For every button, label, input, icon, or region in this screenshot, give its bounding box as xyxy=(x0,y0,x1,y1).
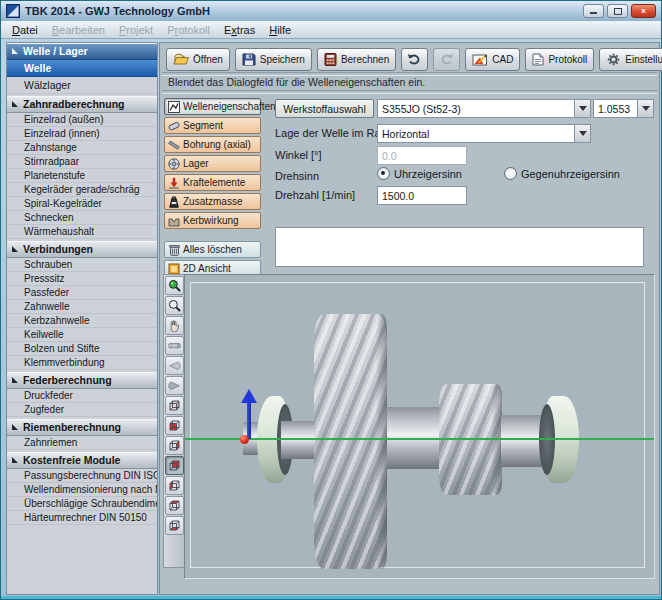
sidebar-item-bolzen-und-stifte[interactable]: Bolzen und Stifte xyxy=(7,342,157,356)
sidebar-item-spiral-kegelräder[interactable]: Spiral-Kegelräder xyxy=(7,197,157,211)
material-select-button[interactable]: Werkstoffauswahl xyxy=(275,99,374,118)
view-cylinder-button[interactable] xyxy=(165,336,184,355)
view-tool-strip xyxy=(163,274,185,568)
window-title: TBK 2014 - GWJ Technology GmbH xyxy=(25,5,580,17)
pan-hand-button[interactable] xyxy=(165,316,184,335)
berechnen-button[interactable]: Berechnen xyxy=(317,48,396,71)
sidebar-item-kegelräder-gerade-schräg[interactable]: Kegelräder gerade/schräg xyxy=(7,183,157,197)
sidebar-section-verbindungen[interactable]: Verbindungen xyxy=(7,241,157,258)
toolbar: ÖffnenSpeichernBerechnenCADProtokollEins… xyxy=(162,47,657,71)
rotation-label: Drehsinn xyxy=(275,170,319,182)
view-cone-left-button[interactable] xyxy=(165,356,184,375)
sidebar-item-planetenstufe[interactable]: Planetenstufe xyxy=(7,169,157,183)
view-cone-left-icon xyxy=(168,359,181,372)
mass-icon xyxy=(168,196,180,208)
menu-item-hilfe[interactable]: Hilfe xyxy=(262,23,298,37)
speed-input[interactable]: 1500.0 xyxy=(377,186,467,205)
zoom-fit-button[interactable] xyxy=(165,276,184,295)
material-number-dropdown[interactable]: 1.0553 xyxy=(593,99,654,118)
view-front-button[interactable] xyxy=(165,416,184,435)
einstellungen-button[interactable]: Einstellungen xyxy=(599,48,662,71)
view-top-button[interactable] xyxy=(165,496,184,515)
zusatzmasse-button[interactable]: Zusatzmasse xyxy=(164,193,261,210)
view-left-button[interactable] xyxy=(165,476,184,495)
sidebar-item-wellendimensionierung-nach-nie-[interactable]: Wellendimensionierung nach Nie... xyxy=(7,483,157,497)
chart-icon xyxy=(168,101,180,113)
menu-item-bearbeiten[interactable]: Bearbeiten xyxy=(45,23,112,37)
view-bottom-button[interactable] xyxy=(165,516,184,535)
menu-item-protokoll[interactable]: Protokoll xyxy=(160,23,217,37)
view-iso-button[interactable] xyxy=(165,396,184,415)
sidebar-item-zahnriemen[interactable]: Zahnriemen xyxy=(7,436,157,450)
view-left-icon xyxy=(168,479,181,492)
sidebar-item-zugfeder[interactable]: Zugfeder xyxy=(7,403,157,417)
sidebar-item-härteumrechner-din-50150[interactable]: Härteumrechner DIN 50150 xyxy=(7,511,157,525)
view-back-button[interactable] xyxy=(165,456,184,475)
redo-button[interactable] xyxy=(433,48,460,71)
menu-item-datei[interactable]: Datei xyxy=(5,23,45,37)
sidebar-section-federberechnung[interactable]: Federberechnung xyxy=(7,372,157,389)
sidebar-item-keilwelle[interactable]: Keilwelle xyxy=(7,328,157,342)
sidebar-item-schrauben[interactable]: Schrauben xyxy=(7,258,157,272)
chevron-down-icon[interactable] xyxy=(574,100,590,117)
cad-button[interactable]: CAD xyxy=(465,48,520,71)
rotation-radio-label: Gegenuhrzeigersinn xyxy=(521,168,620,180)
position-dropdown[interactable]: Horizontal xyxy=(377,124,591,143)
view-cone-right-icon xyxy=(168,379,181,392)
-ffnen-button[interactable]: Öffnen xyxy=(166,48,230,71)
zoom-button[interactable] xyxy=(165,296,184,315)
sidebar-item-klemmverbindung[interactable]: Klemmverbindung xyxy=(7,356,157,370)
maximize-button[interactable] xyxy=(607,4,628,18)
sidebar-item-wärmehaushalt[interactable]: Wärmehaushalt xyxy=(7,225,157,239)
sidebar-item-druckfeder[interactable]: Druckfeder xyxy=(7,389,157,403)
angle-input[interactable]: 0.0 xyxy=(377,146,467,165)
rotation-radio-0[interactable] xyxy=(377,167,390,180)
chevron-down-icon[interactable] xyxy=(574,125,590,142)
sidebar-item-einzelrad-außen-[interactable]: Einzelrad (außen) xyxy=(7,113,157,127)
view-right-button[interactable] xyxy=(165,436,184,455)
alles-löschen-button[interactable]: Alles löschen xyxy=(164,241,261,258)
sidebar-item-zahnstange[interactable]: Zahnstange xyxy=(7,141,157,155)
notes-field[interactable] xyxy=(275,227,644,267)
3d-canvas[interactable] xyxy=(184,274,655,579)
position-value: Horizontal xyxy=(378,128,574,140)
menu-item-projekt[interactable]: Projekt xyxy=(112,23,160,37)
view-cone-right-button[interactable] xyxy=(165,376,184,395)
kraftelemente-button[interactable]: Kraftelemente xyxy=(164,174,261,191)
sidebar-section-riemenberechnung[interactable]: Riemenberechnung xyxy=(7,419,157,436)
rotation-radio-1[interactable] xyxy=(504,167,517,180)
sidebar-item-wälzlager[interactable]: Wälzlager xyxy=(7,77,157,94)
sidebar-item-passfeder[interactable]: Passfeder xyxy=(7,286,157,300)
chevron-down-icon[interactable] xyxy=(637,100,653,117)
sidebar-section-kostenfreie-module[interactable]: Kostenfreie Module xyxy=(7,452,157,469)
sidebar-item-passungsberechnung-din-iso-286[interactable]: Passungsberechnung DIN ISO 286 xyxy=(7,469,157,483)
zoom-fit-icon xyxy=(168,279,181,292)
bohrung-axial--button[interactable]: Bohrung (axial) xyxy=(164,136,261,153)
toolbar-button-label: Einstellungen xyxy=(625,54,662,65)
lager-button[interactable]: Lager xyxy=(164,155,261,172)
speichern-button[interactable]: Speichern xyxy=(235,48,312,71)
toolbar-button-label: CAD xyxy=(492,54,513,65)
material-dropdown[interactable]: S355JO (St52-3) xyxy=(377,99,591,118)
title-bar[interactable]: TBK 2014 - GWJ Technology GmbH x xyxy=(1,1,661,21)
sidebar-item-einzelrad-innen-[interactable]: Einzelrad (innen) xyxy=(7,127,157,141)
sidebar-section-welle-lager[interactable]: Welle / Lager xyxy=(7,43,157,60)
sidebar-item-presssitz[interactable]: Presssitz xyxy=(7,272,157,286)
panel-button-label: Zusatzmasse xyxy=(183,196,242,207)
sidebar-item-schnecken[interactable]: Schnecken xyxy=(7,211,157,225)
undo-button[interactable] xyxy=(401,48,428,71)
kerbwirkung-button[interactable]: Kerbwirkung xyxy=(164,212,261,229)
close-button[interactable]: x xyxy=(631,4,656,18)
sidebar-section-zahnradberechnung[interactable]: Zahnradberechnung xyxy=(7,96,157,113)
sidebar-item-stirnradpaar[interactable]: Stirnradpaar xyxy=(7,155,157,169)
protokoll-button[interactable]: Protokoll xyxy=(525,48,594,71)
welleneigenschaften-button[interactable]: Welleneigenschaften xyxy=(164,98,261,115)
panel-button-label: Lager xyxy=(183,158,209,169)
sidebar-item-überschlägige-schraubendimens-[interactable]: Überschlägige Schraubendimens... xyxy=(7,497,157,511)
sidebar-item-kerbzahnwelle[interactable]: Kerbzahnwelle xyxy=(7,314,157,328)
sidebar-item-welle[interactable]: Welle xyxy=(7,60,157,77)
menu-item-extras[interactable]: Extras xyxy=(217,23,262,37)
sidebar-item-zahnwelle[interactable]: Zahnwelle xyxy=(7,300,157,314)
segment-button[interactable]: Segment xyxy=(164,117,261,134)
minimize-button[interactable] xyxy=(583,4,604,18)
